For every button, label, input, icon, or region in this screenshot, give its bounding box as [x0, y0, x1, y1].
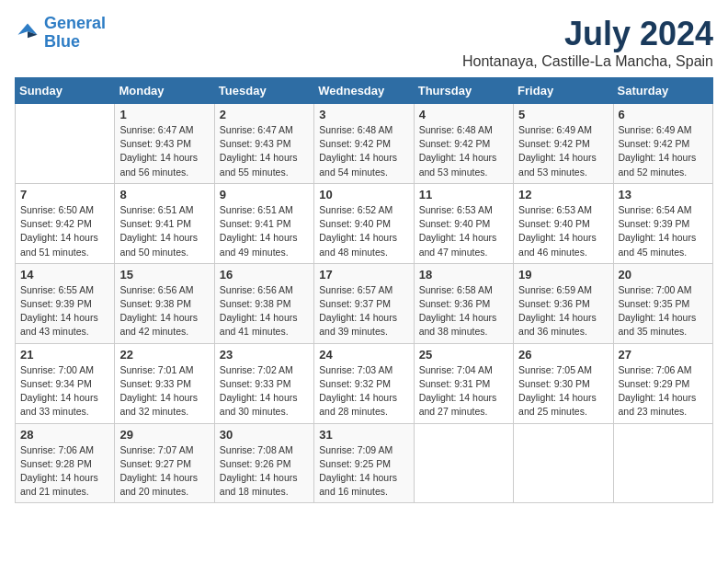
calendar-cell: 11 Sunrise: 6:53 AMSunset: 9:40 PMDaylig…: [414, 183, 513, 263]
weekday-header-saturday: Saturday: [613, 78, 712, 104]
day-number: 2: [220, 108, 309, 121]
day-info: Sunrise: 7:03 AMSunset: 9:32 PMDaylight:…: [319, 363, 408, 419]
calendar-cell: [16, 104, 115, 184]
page-header: General Blue July 2024 Hontanaya, Castil…: [15, 15, 713, 70]
day-number: 30: [220, 428, 309, 442]
calendar-cell: 25 Sunrise: 7:04 AMSunset: 9:31 PMDaylig…: [414, 343, 513, 423]
calendar-cell: 13 Sunrise: 6:54 AMSunset: 9:39 PMDaylig…: [613, 183, 712, 263]
day-info: Sunrise: 6:49 AMSunset: 9:42 PMDaylight:…: [518, 123, 608, 179]
calendar-cell: 28 Sunrise: 7:06 AMSunset: 9:28 PMDaylig…: [16, 423, 115, 503]
weekday-header-wednesday: Wednesday: [314, 78, 414, 104]
day-info: Sunrise: 7:09 AMSunset: 9:25 PMDaylight:…: [319, 443, 408, 500]
weekday-header-sunday: Sunday: [16, 78, 115, 104]
day-info: Sunrise: 7:02 AMSunset: 9:33 PMDaylight:…: [220, 363, 309, 419]
calendar-cell: [613, 423, 712, 503]
day-info: Sunrise: 6:51 AMSunset: 9:41 PMDaylight:…: [220, 203, 309, 259]
day-number: 1: [119, 108, 209, 121]
calendar-cell: 10 Sunrise: 6:52 AMSunset: 9:40 PMDaylig…: [314, 183, 414, 263]
weekday-header-row: SundayMondayTuesdayWednesdayThursdayFrid…: [16, 78, 713, 104]
calendar-cell: 14 Sunrise: 6:55 AMSunset: 9:39 PMDaylig…: [16, 263, 115, 343]
calendar-cell: 29 Sunrise: 7:07 AMSunset: 9:27 PMDaylig…: [115, 423, 214, 503]
day-number: 19: [518, 268, 608, 282]
calendar-cell: 20 Sunrise: 7:00 AMSunset: 9:35 PMDaylig…: [613, 263, 712, 343]
day-number: 29: [119, 428, 209, 442]
day-number: 27: [619, 348, 708, 362]
calendar-cell: 9 Sunrise: 6:51 AMSunset: 9:41 PMDayligh…: [214, 183, 313, 263]
calendar-week-row: 21 Sunrise: 7:00 AMSunset: 9:34 PMDaylig…: [16, 343, 713, 423]
day-number: 26: [518, 348, 608, 362]
day-info: Sunrise: 6:53 AMSunset: 9:40 PMDaylight:…: [419, 203, 508, 259]
day-number: 4: [419, 108, 508, 121]
calendar-week-row: 14 Sunrise: 6:55 AMSunset: 9:39 PMDaylig…: [16, 263, 713, 343]
calendar-cell: 30 Sunrise: 7:08 AMSunset: 9:26 PMDaylig…: [214, 423, 313, 503]
calendar-week-row: 28 Sunrise: 7:06 AMSunset: 9:28 PMDaylig…: [16, 423, 713, 503]
day-number: 12: [518, 188, 608, 201]
day-number: 24: [319, 348, 408, 362]
day-info: Sunrise: 6:55 AMSunset: 9:39 PMDaylight:…: [20, 283, 109, 339]
day-info: Sunrise: 6:54 AMSunset: 9:39 PMDaylight:…: [619, 203, 708, 259]
weekday-header-thursday: Thursday: [414, 78, 513, 104]
calendar-cell: 31 Sunrise: 7:09 AMSunset: 9:25 PMDaylig…: [314, 423, 414, 503]
day-number: 23: [220, 348, 309, 362]
day-number: 22: [119, 348, 209, 362]
day-info: Sunrise: 7:05 AMSunset: 9:30 PMDaylight:…: [518, 363, 608, 419]
calendar-cell: 15 Sunrise: 6:56 AMSunset: 9:38 PMDaylig…: [115, 263, 214, 343]
day-info: Sunrise: 6:49 AMSunset: 9:42 PMDaylight:…: [619, 123, 708, 179]
weekday-header-tuesday: Tuesday: [214, 78, 313, 104]
day-number: 6: [619, 108, 708, 121]
day-info: Sunrise: 7:04 AMSunset: 9:31 PMDaylight:…: [419, 363, 508, 419]
calendar-cell: 1 Sunrise: 6:47 AMSunset: 9:43 PMDayligh…: [115, 104, 214, 184]
weekday-header-monday: Monday: [115, 78, 214, 104]
day-number: 10: [319, 188, 408, 201]
calendar-cell: 22 Sunrise: 7:01 AMSunset: 9:33 PMDaylig…: [115, 343, 214, 423]
calendar-cell: 27 Sunrise: 7:06 AMSunset: 9:29 PMDaylig…: [613, 343, 712, 423]
day-number: 16: [220, 268, 309, 282]
logo: General Blue: [15, 15, 106, 52]
day-info: Sunrise: 6:51 AMSunset: 9:41 PMDaylight:…: [119, 203, 209, 259]
calendar-cell: 24 Sunrise: 7:03 AMSunset: 9:32 PMDaylig…: [314, 343, 414, 423]
day-info: Sunrise: 7:08 AMSunset: 9:26 PMDaylight:…: [220, 443, 309, 500]
title-section: July 2024 Hontanaya, Castille-La Mancha,…: [462, 15, 713, 70]
logo-text: General Blue: [44, 15, 106, 52]
day-info: Sunrise: 6:58 AMSunset: 9:36 PMDaylight:…: [419, 283, 508, 339]
calendar-week-row: 1 Sunrise: 6:47 AMSunset: 9:43 PMDayligh…: [16, 104, 713, 184]
calendar-cell: 16 Sunrise: 6:56 AMSunset: 9:38 PMDaylig…: [214, 263, 313, 343]
calendar-cell: 21 Sunrise: 7:00 AMSunset: 9:34 PMDaylig…: [16, 343, 115, 423]
calendar-cell: 2 Sunrise: 6:47 AMSunset: 9:43 PMDayligh…: [214, 104, 313, 184]
day-number: 8: [119, 188, 209, 201]
day-info: Sunrise: 6:52 AMSunset: 9:40 PMDaylight:…: [319, 203, 408, 259]
day-info: Sunrise: 6:59 AMSunset: 9:36 PMDaylight:…: [518, 283, 608, 339]
calendar-cell: [414, 423, 513, 503]
day-info: Sunrise: 7:01 AMSunset: 9:33 PMDaylight:…: [119, 363, 209, 419]
calendar-cell: 3 Sunrise: 6:48 AMSunset: 9:42 PMDayligh…: [314, 104, 414, 184]
calendar-table: SundayMondayTuesdayWednesdayThursdayFrid…: [15, 77, 713, 503]
calendar-cell: 4 Sunrise: 6:48 AMSunset: 9:42 PMDayligh…: [414, 104, 513, 184]
day-info: Sunrise: 6:56 AMSunset: 9:38 PMDaylight:…: [220, 283, 309, 339]
day-info: Sunrise: 7:06 AMSunset: 9:28 PMDaylight:…: [20, 443, 109, 500]
calendar-cell: 18 Sunrise: 6:58 AMSunset: 9:36 PMDaylig…: [414, 263, 513, 343]
calendar-cell: 19 Sunrise: 6:59 AMSunset: 9:36 PMDaylig…: [514, 263, 613, 343]
day-number: 21: [20, 348, 109, 362]
calendar-cell: 17 Sunrise: 6:57 AMSunset: 9:37 PMDaylig…: [314, 263, 414, 343]
day-number: 3: [319, 108, 408, 121]
calendar-cell: 5 Sunrise: 6:49 AMSunset: 9:42 PMDayligh…: [514, 104, 613, 184]
day-number: 25: [419, 348, 508, 362]
calendar-cell: 23 Sunrise: 7:02 AMSunset: 9:33 PMDaylig…: [214, 343, 313, 423]
calendar-cell: 6 Sunrise: 6:49 AMSunset: 9:42 PMDayligh…: [613, 104, 712, 184]
location-subtitle: Hontanaya, Castille-La Mancha, Spain: [462, 53, 713, 70]
day-info: Sunrise: 6:50 AMSunset: 9:42 PMDaylight:…: [20, 203, 109, 259]
calendar-cell: 12 Sunrise: 6:53 AMSunset: 9:40 PMDaylig…: [514, 183, 613, 263]
day-info: Sunrise: 6:48 AMSunset: 9:42 PMDaylight:…: [319, 123, 408, 179]
day-info: Sunrise: 6:56 AMSunset: 9:38 PMDaylight:…: [119, 283, 209, 339]
day-info: Sunrise: 7:00 AMSunset: 9:35 PMDaylight:…: [619, 283, 708, 339]
calendar-cell: 26 Sunrise: 7:05 AMSunset: 9:30 PMDaylig…: [514, 343, 613, 423]
day-number: 31: [319, 428, 408, 442]
day-info: Sunrise: 6:53 AMSunset: 9:40 PMDaylight:…: [518, 203, 608, 259]
day-info: Sunrise: 7:07 AMSunset: 9:27 PMDaylight:…: [119, 443, 209, 500]
day-number: 9: [220, 188, 309, 201]
day-number: 15: [119, 268, 209, 282]
day-number: 18: [419, 268, 508, 282]
day-info: Sunrise: 6:57 AMSunset: 9:37 PMDaylight:…: [319, 283, 408, 339]
day-number: 17: [319, 268, 408, 282]
day-number: 13: [619, 188, 708, 201]
